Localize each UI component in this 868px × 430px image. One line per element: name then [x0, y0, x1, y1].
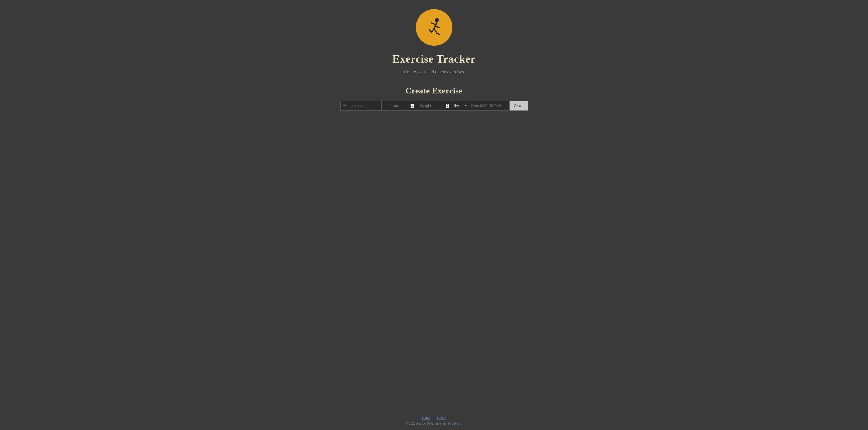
footer-copyright: © 2022 Andrew Scott under an ISC License [5, 422, 863, 425]
footer: Home Create © 2022 Andrew Scott under an… [0, 409, 868, 430]
footer-links: Home Create [5, 416, 863, 420]
svg-line-6 [434, 29, 437, 33]
create-button[interactable]: Create [509, 101, 528, 110]
create-exercise-title: Create Exercise [406, 86, 462, 96]
weight-unit-select[interactable]: lbs kg [452, 101, 468, 110]
svg-line-2 [431, 23, 436, 25]
svg-line-3 [435, 26, 439, 28]
svg-line-5 [430, 30, 431, 32]
footer-create-link[interactable]: Create [437, 416, 446, 420]
license-link[interactable]: ISC License [446, 422, 462, 425]
logo-circle [416, 9, 453, 46]
reps-input[interactable] [381, 101, 417, 110]
copyright-text: © 2022 Andrew Scott under an [406, 422, 446, 425]
create-exercise-form: lbs kg Create [340, 101, 528, 110]
footer-home-link[interactable]: Home [422, 416, 430, 420]
logo-container [416, 9, 453, 46]
app-title: Exercise Tracker [393, 53, 476, 65]
svg-line-7 [437, 33, 440, 35]
page-wrapper: Exercise Tracker Create, edit, and delet… [331, 0, 537, 409]
svg-line-4 [431, 29, 434, 32]
exercise-name-input[interactable] [340, 101, 381, 110]
date-input[interactable] [468, 101, 509, 110]
weight-input[interactable] [417, 101, 453, 110]
app-subtitle: Create, edit, and delete exercises [404, 69, 464, 74]
runner-icon [423, 16, 445, 39]
